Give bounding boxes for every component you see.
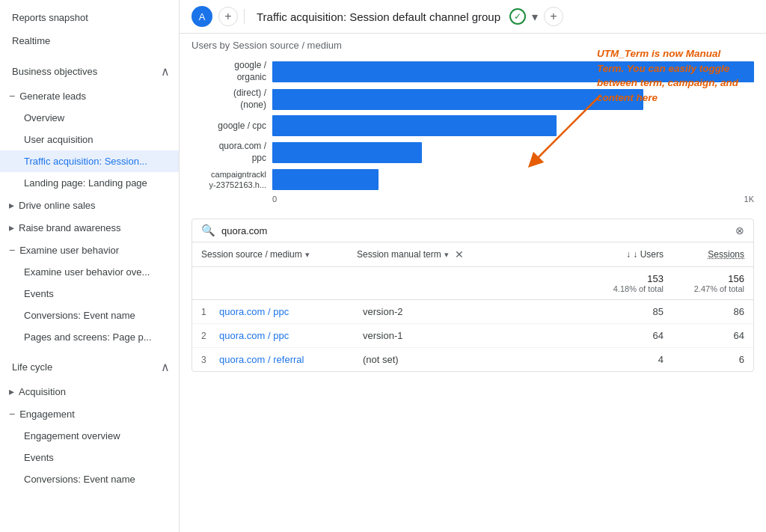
col-header-source: Session source / medium ▾ [201,249,351,260]
sidebar-item-engagement-events[interactable]: Events [0,447,179,468]
sidebar-section-label: Life cycle [12,361,52,373]
search-input[interactable] [221,225,729,236]
chart-axis: 0 1K [272,193,754,204]
content-area: Users by Session source / medium google … [180,34,766,532]
sidebar-item-reports-snapshot[interactable]: Reports snapshot [0,6,179,29]
search-icon: 🔍 [201,224,215,237]
bar-row: google / cpc [192,115,754,136]
totals-users-cell: 153 4.18% of total [512,273,664,293]
sidebar-item-events[interactable]: Events [0,283,179,305]
sidebar-item-engagement-overview[interactable]: Engagement overview [0,425,179,447]
row-term: (not set) [363,354,512,365]
col-header-users[interactable]: ↓ ↓ Users [512,249,664,260]
axis-start-label: 0 [272,195,277,204]
sessions-total: 156 [670,273,744,284]
totals-sessions-cell: 156 2.47% of total [670,273,744,293]
table-row: 3 quora.com / referral (not set) 4 6 [192,348,753,371]
table-section: 🔍 ⊗ Session source / medium ▾ Session ma… [192,218,754,372]
row-source[interactable]: quora.com / ppc [219,330,357,341]
sidebar-section-label: Business objectives [12,66,97,77]
users-total: 153 [512,273,664,284]
group-label: Engagement [19,409,75,420]
group-label: Examine user behavior [19,245,119,256]
group-label: Drive online sales [19,200,96,211]
divider [244,9,245,24]
row-number: 1 [201,307,213,317]
sidebar-item-landing-page[interactable]: Landing page: Landing page [0,172,179,194]
bar-track [272,115,754,136]
row-users: 4 [518,354,664,365]
sessions-pct: 2.47% of total [670,284,744,293]
sidebar-group-raise-brand-awareness[interactable]: ▸ Raise brand awareness [0,216,179,239]
row-users: 85 [518,306,664,317]
row-term: version-1 [363,330,512,341]
topbar: A + Traffic acquisition: Session default… [180,0,766,34]
row-sessions: 86 [670,306,744,317]
sidebar-section-business-objectives[interactable]: Business objectives ∧ [0,58,179,85]
bar-label: google / cpc [192,120,266,132]
page-title: Traffic acquisition: Session default cha… [257,10,500,23]
sidebar-item-conversions[interactable]: Conversions: Event name [0,305,179,326]
group-label: Acquisition [19,386,66,397]
sidebar-item-engagement-conversions[interactable]: Conversions: Event name [0,468,179,490]
row-number: 2 [201,331,213,341]
group-label: Generate leads [19,91,86,102]
sidebar-group-examine-user-behavior[interactable]: − Examine user behavior [0,239,179,261]
bar-label: campaigntrackly-23752163.h... [192,169,266,191]
term-dropdown-icon[interactable]: ▾ [444,250,449,260]
table-header-row: Session source / medium ▾ Session manual… [192,242,753,267]
sidebar-item-realtime[interactable]: Realtime [0,29,179,52]
title-dropdown-button[interactable]: ▾ [529,8,541,25]
bar-row: campaigntrackly-23752163.h... [192,169,754,191]
axis-end-label: 1K [744,195,754,204]
bar-track [272,169,754,190]
add-comparison-button[interactable]: + [218,7,238,26]
sidebar-group-engagement[interactable]: − Engagement [0,403,179,425]
remove-term-filter-icon[interactable]: ✕ [455,248,464,260]
table-row: 1 quora.com / ppc version-2 85 86 [192,300,753,324]
clear-search-icon[interactable]: ⊗ [735,224,744,236]
collapse-icon: − [9,244,15,256]
row-source[interactable]: quora.com / ppc [219,306,357,317]
row-source[interactable]: quora.com / referral [219,354,357,365]
add-report-button[interactable]: + [544,7,563,26]
users-pct: 4.18% of total [512,284,664,293]
row-sessions: 64 [670,330,744,341]
row-number: 3 [201,355,213,365]
sidebar-item-examine-overview[interactable]: Examine user behavior ove... [0,261,179,283]
sidebar: Reports snapshot Realtime Business objec… [0,0,180,532]
chart-section: Users by Session source / medium google … [192,34,754,213]
totals-row: 153 4.18% of total 156 2.47% of total [192,267,753,300]
sidebar-section-life-cycle[interactable]: Life cycle ∧ [0,354,179,380]
chevron-up-icon: ∧ [161,64,170,79]
sidebar-group-acquisition[interactable]: ▸ Acquisition [0,380,179,403]
bar-fill [272,115,557,136]
bar-fill [272,142,422,163]
col-header-term: Session manual term ▾ ✕ [357,248,506,260]
table-row: 2 quora.com / ppc version-1 64 64 [192,324,753,348]
collapse-icon: − [9,90,15,102]
chart-wrapper: google /organic (direct) /(none) google … [192,57,754,204]
expand-icon: ▸ [9,199,14,211]
sidebar-item-overview[interactable]: Overview [0,107,179,129]
term-header-label: Session manual term [357,249,441,260]
chevron-up-icon: ∧ [161,360,170,374]
source-dropdown-icon[interactable]: ▾ [305,250,310,260]
bar-row: quora.com /ppc [192,141,754,164]
row-users: 64 [518,330,664,341]
bar-track [272,142,754,163]
group-label: Raise brand awareness [19,222,121,233]
sidebar-item-pages-screens[interactable]: Pages and screens: Page p... [0,326,179,348]
users-sort-icon: ↓ [626,249,633,260]
source-header-label: Session source / medium [201,249,302,260]
sidebar-group-generate-leads[interactable]: − Generate leads [0,85,179,107]
expand-icon: ▸ [9,385,14,397]
sidebar-item-user-acquisition[interactable]: User acquisition [0,129,179,150]
verified-icon: ✓ [509,8,526,25]
row-term: version-2 [363,306,512,317]
sidebar-item-traffic-acquisition[interactable]: Traffic acquisition: Session... [0,150,179,172]
search-row: 🔍 ⊗ [192,219,753,242]
sidebar-group-drive-online-sales[interactable]: ▸ Drive online sales [0,194,179,216]
annotation-text: UTM_Term is now Manual Term. You can eas… [597,46,747,105]
main-content: A + Traffic acquisition: Session default… [180,0,766,532]
